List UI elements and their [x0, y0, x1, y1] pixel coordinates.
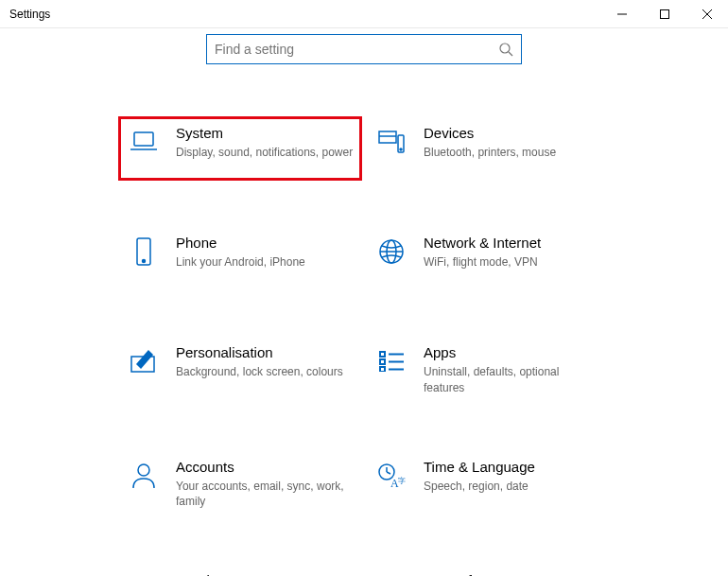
svg-rect-6: [134, 132, 153, 146]
svg-point-13: [143, 260, 146, 263]
tile-title: Time & Language: [424, 459, 599, 475]
title-bar: Settings: [0, 0, 728, 28]
tile-desc: Link your Android, iPhone: [176, 254, 352, 271]
tile-desc: Your accounts, email, sync, work, family: [176, 479, 352, 511]
search-icon: [498, 42, 513, 57]
tile-title: Network & Internet: [424, 235, 599, 251]
devices-icon: [376, 127, 407, 157]
svg-line-5: [509, 52, 512, 56]
laptop-icon: [129, 127, 159, 157]
tile-title: Gaming: [176, 572, 352, 576]
tile-title: Phone: [176, 235, 352, 251]
tile-title: Personalisation: [176, 344, 352, 360]
svg-rect-18: [380, 352, 385, 357]
tile-phone[interactable]: Phone Link your Android, iPhone: [121, 229, 359, 288]
window-title: Settings: [9, 8, 50, 21]
close-button[interactable]: [685, 0, 728, 28]
tile-desc: Display, sound, notifications, power: [176, 145, 354, 161]
tile-desc: WiFi, flight mode, VPN: [424, 254, 599, 271]
search-input[interactable]: [215, 42, 498, 57]
tile-title: System: [176, 125, 354, 141]
svg-line-27: [387, 472, 390, 474]
maximize-icon: [660, 9, 669, 19]
apps-list-icon: [376, 346, 407, 376]
settings-grid: System Display, sound, notifications, po…: [0, 119, 728, 576]
tile-accounts[interactable]: Accounts Your accounts, email, sync, wor…: [121, 453, 359, 516]
window-controls: [600, 0, 728, 27]
close-icon: [702, 9, 712, 19]
tile-time-language[interactable]: A 字 Time & Language Speech, region, date: [369, 453, 607, 516]
tile-title: Ease of Access: [424, 572, 599, 576]
tile-desc: Speech, region, date: [424, 479, 599, 495]
svg-rect-20: [380, 359, 385, 364]
tile-title: Devices: [424, 125, 599, 141]
tile-title: Apps: [424, 344, 599, 360]
svg-rect-22: [380, 367, 385, 372]
tile-system[interactable]: System Display, sound, notifications, po…: [121, 119, 359, 178]
svg-text:字: 字: [398, 477, 406, 485]
time-language-icon: A 字: [376, 461, 407, 491]
svg-point-24: [138, 464, 149, 476]
paintbrush-icon: [129, 346, 159, 376]
minimize-icon: [617, 9, 627, 19]
search-wrapper: [0, 34, 728, 64]
tile-gaming[interactable]: Gaming Xbox Game Bar, captures, Game Mod…: [121, 567, 359, 576]
tile-apps[interactable]: Apps Uninstall, defaults, optional featu…: [369, 339, 607, 402]
tile-desc: Uninstall, defaults, optional features: [424, 364, 599, 396]
tile-ease-of-access[interactable]: Ease of Access Narrator, magnifier, high…: [369, 567, 607, 576]
svg-rect-8: [379, 131, 396, 143]
maximize-button[interactable]: [643, 0, 685, 28]
tile-network[interactable]: Network & Internet WiFi, flight mode, VP…: [369, 229, 607, 288]
svg-point-11: [400, 148, 402, 150]
tile-desc: Background, lock screen, colours: [176, 364, 352, 380]
svg-rect-1: [660, 10, 668, 19]
minimize-button[interactable]: [600, 0, 643, 28]
tile-title: Accounts: [176, 459, 352, 475]
phone-icon: [129, 236, 159, 267]
globe-icon: [376, 236, 407, 267]
tile-personalisation[interactable]: Personalisation Background, lock screen,…: [121, 339, 359, 402]
svg-point-4: [500, 44, 510, 53]
person-icon: [129, 461, 159, 491]
tile-desc: Bluetooth, printers, mouse: [424, 145, 599, 161]
search-box[interactable]: [206, 34, 522, 64]
tile-devices[interactable]: Devices Bluetooth, printers, mouse: [369, 119, 607, 178]
